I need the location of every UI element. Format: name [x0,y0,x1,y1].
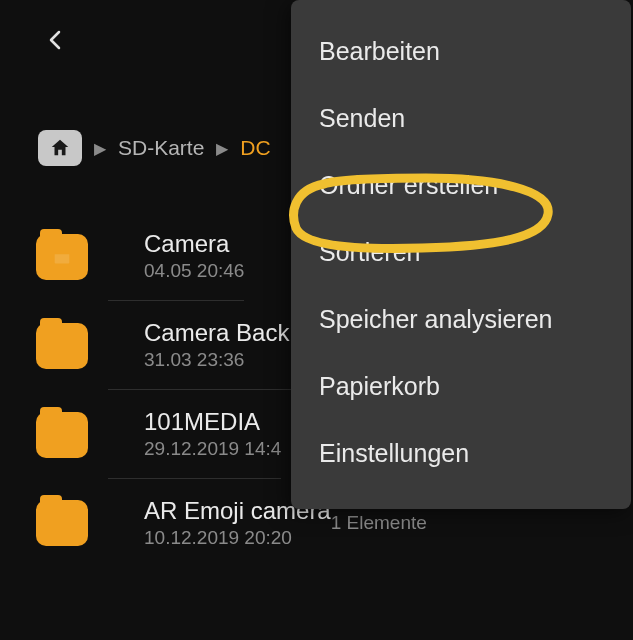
folder-icon [36,234,88,280]
folder-date: 10.12.2019 20:20 [144,527,331,549]
breadcrumb: ▶ SD-Karte ▶ DC [38,130,271,166]
folder-name: Camera [144,230,244,258]
chevron-right-icon: ▶ [216,139,228,158]
chevron-left-icon [44,28,68,52]
menu-item-analyze-storage[interactable]: Speicher analysieren [291,286,631,353]
folder-icon [36,412,88,458]
menu-item-send[interactable]: Senden [291,85,631,152]
menu-item-sort[interactable]: Sortieren [291,219,631,286]
breadcrumb-current[interactable]: DC [240,136,270,160]
folder-date: 31.03 23:36 [144,349,303,371]
folder-name: Camera Backu [144,319,303,347]
menu-item-create-folder[interactable]: Ordner erstellen [291,152,631,219]
chevron-right-icon: ▶ [94,139,106,158]
menu-item-settings[interactable]: Einstellungen [291,420,631,487]
folder-date: 04.05 20:46 [144,260,244,282]
back-button[interactable] [44,28,68,52]
breadcrumb-item[interactable]: SD-Karte [118,136,204,160]
folder-date: 29.12.2019 14:4 [144,438,281,460]
home-icon [49,137,71,159]
folder-icon [36,323,88,369]
overflow-menu: Bearbeiten Senden Ordner erstellen Sorti… [291,0,631,509]
menu-item-trash[interactable]: Papierkorb [291,353,631,420]
folder-icon [36,500,88,546]
menu-item-edit[interactable]: Bearbeiten [291,18,631,85]
folder-name: 101MEDIA [144,408,281,436]
folder-count: 1 Elemente [331,512,427,534]
breadcrumb-home[interactable] [38,130,82,166]
